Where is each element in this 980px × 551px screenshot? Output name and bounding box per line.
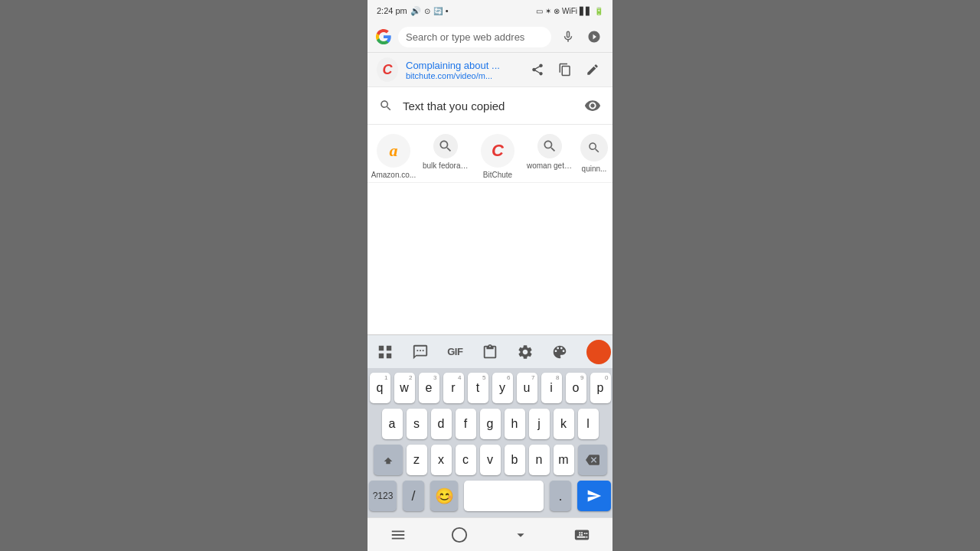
fedora-label: bulk fedora ... — [423, 161, 469, 170]
shortcut-fedora[interactable]: bulk fedora ... — [423, 134, 469, 170]
recent-tab-url: bitchute.com/video/m... — [406, 71, 519, 80]
key-m[interactable]: m — [554, 445, 574, 475]
emoji-key[interactable]: 😊 — [430, 481, 458, 511]
slash-key[interactable]: / — [403, 481, 424, 511]
key-u[interactable]: 7u — [517, 373, 537, 403]
recent-tab-row[interactable]: C Complaining about ... bitchute.com/vid… — [368, 53, 612, 87]
lens-button[interactable] — [583, 26, 605, 47]
woman-label: woman gett... — [527, 161, 573, 170]
shortcut-bitchute[interactable]: C BitChute — [475, 134, 521, 179]
key-k[interactable]: k — [554, 409, 574, 439]
bitchute-icon-wrap: C — [481, 134, 514, 168]
key-e[interactable]: 3e — [419, 373, 439, 403]
palette-button[interactable] — [546, 338, 573, 366]
fedora-icon-wrap — [433, 134, 458, 158]
key-s[interactable]: s — [407, 409, 427, 439]
key-y[interactable]: 6y — [492, 373, 513, 403]
clipboard-button[interactable] — [476, 338, 504, 366]
key-a[interactable]: a — [382, 409, 403, 439]
keyboard-row-1: 1q 2w 3e 4r 5t 6y 7u 8i 9o 0p — [369, 373, 611, 403]
nav-bar — [368, 517, 612, 551]
key-q[interactable]: 1q — [370, 373, 390, 403]
recent-tab-actions — [527, 59, 603, 80]
num123-key[interactable]: ?123 — [369, 481, 397, 511]
copied-text: Text that you copied — [403, 99, 574, 112]
key-l[interactable]: l — [578, 409, 599, 439]
key-g[interactable]: g — [480, 409, 501, 439]
grid-button[interactable] — [371, 338, 399, 366]
wifi-icon: WiFi — [562, 7, 577, 15]
key-o[interactable]: 9o — [566, 373, 586, 403]
key-c[interactable]: c — [456, 445, 476, 475]
keyboard-row-2: a s d f g h j k l — [369, 409, 611, 439]
share-button[interactable] — [527, 59, 548, 80]
shortcut-amazon[interactable]: a Amazon.co... — [371, 134, 416, 179]
copy-button[interactable] — [554, 59, 576, 80]
quinn-label: quinn... — [582, 165, 607, 173]
keyboard-toolbar: GIF — [368, 334, 612, 368]
url-search-bar[interactable]: Search or type web addres — [398, 27, 551, 47]
key-j[interactable]: j — [529, 409, 550, 439]
keyboard-nav-button[interactable] — [567, 520, 597, 550]
phone-screen: 2:24 pm 🔊 ⊙ 🔄 • ▭ ✶ ⊗ WiFi ▋▋ 🔋 Sear — [368, 0, 612, 551]
backspace-key[interactable] — [578, 445, 607, 475]
status-bar: 2:24 pm 🔊 ⊙ 🔄 • ▭ ✶ ⊗ WiFi ▋▋ 🔋 — [368, 0, 612, 21]
keyboard: 1q 2w 3e 4r 5t 6y 7u 8i 9o 0p a s d f g … — [368, 368, 612, 517]
bitchute-icon: C — [377, 57, 398, 82]
svg-point-0 — [452, 527, 466, 541]
recent-tab-text: Complaining about ... bitchute.com/video… — [406, 60, 519, 80]
amazon-icon-wrap: a — [377, 134, 410, 168]
signal-icon: ▋▋ — [580, 7, 592, 15]
keyboard-row-3: z x c v b n m — [369, 445, 611, 475]
sos-icon: ⊗ — [554, 7, 560, 15]
shortcuts-row: a Amazon.co... bulk fedora ... C BitChut… — [368, 125, 612, 183]
edit-button[interactable] — [582, 59, 603, 80]
key-p[interactable]: 0p — [590, 373, 611, 403]
enter-key[interactable] — [577, 481, 611, 511]
gif-button[interactable]: GIF — [441, 338, 469, 366]
battery-icon: 🔋 — [594, 7, 603, 15]
shift-key[interactable] — [374, 445, 403, 475]
key-w[interactable]: 2w — [394, 373, 415, 403]
orange-dot-indicator — [586, 340, 611, 364]
sticker-button[interactable] — [407, 338, 434, 366]
key-f[interactable]: f — [456, 409, 476, 439]
settings-button[interactable] — [511, 338, 539, 366]
key-i[interactable]: 8i — [541, 373, 562, 403]
mic-button[interactable] — [557, 26, 579, 47]
quinn-icon-wrap — [580, 134, 608, 161]
key-v[interactable]: v — [480, 445, 501, 475]
content-area — [368, 183, 612, 334]
menu-nav-button[interactable] — [383, 520, 413, 550]
space-key[interactable] — [464, 481, 544, 511]
key-num-1: 1 — [384, 374, 387, 381]
google-logo — [375, 28, 392, 45]
dot-icon: • — [446, 6, 449, 15]
key-h[interactable]: h — [505, 409, 525, 439]
shortcut-quinn[interactable]: quinn... — [579, 134, 609, 173]
keyboard-bottom-row: ?123 / 😊 . — [369, 481, 611, 511]
search-placeholder: Search or type web addres — [406, 31, 524, 43]
home-nav-button[interactable] — [444, 520, 475, 550]
bitchute-shortcut-icon: C — [492, 141, 504, 161]
key-b[interactable]: b — [505, 445, 525, 475]
key-t[interactable]: 5t — [468, 373, 488, 403]
shortcut-woman[interactable]: woman gett... — [527, 134, 573, 170]
status-right: ▭ ✶ ⊗ WiFi ▋▋ 🔋 — [536, 7, 603, 15]
key-n[interactable]: n — [529, 445, 550, 475]
bt-icon: ✶ — [545, 7, 551, 15]
key-d[interactable]: d — [431, 409, 452, 439]
recent-tab-icon: C — [377, 59, 398, 80]
search-icon — [377, 96, 395, 115]
back-nav-button[interactable] — [505, 520, 536, 550]
key-r[interactable]: 4r — [443, 373, 464, 403]
key-z[interactable]: z — [407, 445, 427, 475]
address-bar-icons — [557, 26, 605, 47]
bitchute-label: BitChute — [483, 171, 512, 179]
amazon-label: Amazon.co... — [371, 171, 416, 179]
key-x[interactable]: x — [431, 445, 452, 475]
copied-text-row[interactable]: Text that you copied — [368, 87, 612, 125]
eye-button[interactable] — [582, 95, 603, 116]
circle-icon: ⊙ — [424, 7, 430, 15]
period-key[interactable]: . — [550, 481, 571, 511]
